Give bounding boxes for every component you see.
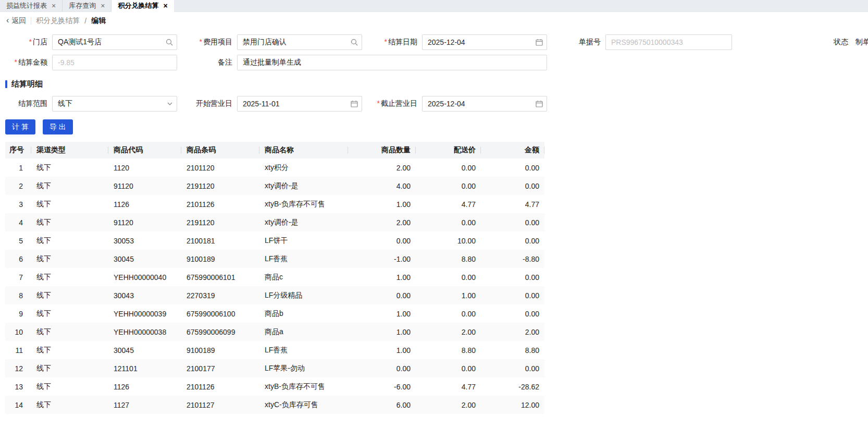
table-cell: 1127	[108, 396, 181, 414]
tab-inventory-query[interactable]: 库存查询 ×	[63, 0, 111, 11]
chevron-left-icon: ‹	[6, 16, 9, 25]
store-input[interactable]	[52, 34, 177, 50]
table-cell: 1.00	[348, 341, 416, 359]
table-row[interactable]: 11线下300459100189LF香蕉1.008.808.80	[5, 341, 544, 359]
export-button[interactable]: 导 出	[43, 119, 73, 135]
table-cell: xty积分	[259, 158, 348, 177]
table-row[interactable]: 10线下YEHH00000038675990006099商品a1.002.002…	[5, 323, 544, 341]
breadcrumb-current: 编辑	[91, 16, 106, 26]
fee-item-input[interactable]	[237, 34, 362, 50]
table-cell: 0.00	[416, 158, 481, 177]
start-date-input[interactable]	[237, 96, 362, 112]
table-cell: LF香蕉	[259, 341, 348, 359]
calendar-icon[interactable]	[536, 39, 543, 46]
table-row[interactable]: 13线下11262101126xtyB-负库存不可售-6.004.77-28.6…	[5, 377, 544, 396]
column-header: 配送价	[416, 142, 481, 158]
table-row[interactable]: 14线下11272101127xtyC-负库存可售6.002.0012.00	[5, 396, 544, 414]
table-cell: 线下	[31, 231, 108, 250]
table-cell: 1.00	[348, 268, 416, 286]
table-cell: 12.00	[481, 396, 544, 414]
table-cell: 13	[5, 377, 31, 396]
required-mark: *	[15, 58, 17, 66]
table-cell: 4.77	[416, 195, 481, 213]
table-cell: LF分级精品	[259, 286, 348, 304]
search-icon[interactable]	[351, 39, 358, 46]
table-cell: YEHH00000039	[108, 304, 181, 323]
table-cell: 675990006100	[181, 304, 259, 323]
settle-amount-input[interactable]	[52, 55, 177, 70]
table-cell: 2100181	[181, 231, 259, 250]
table-cell: LF饼干	[259, 231, 348, 250]
table-cell: 0.00	[481, 304, 544, 323]
table-cell: -8.80	[481, 250, 544, 268]
table-cell: 商品c	[259, 268, 348, 286]
settlement-detail-section-header: 结算明细	[5, 79, 868, 89]
table-cell: 0.00	[416, 359, 481, 377]
table-cell: 1126	[108, 377, 181, 396]
close-icon[interactable]: ×	[163, 2, 167, 9]
tab-points-exchange-settlement[interactable]: 积分兑换结算 ×	[111, 0, 173, 12]
doc-no-input[interactable]	[605, 34, 732, 50]
settle-amount-field: *结算金额	[0, 55, 177, 70]
table-cell: 1.00	[348, 304, 416, 323]
table-cell: -1.00	[348, 250, 416, 268]
table-cell: 2.00	[348, 213, 416, 231]
table-row[interactable]: 7线下YEHH00000040675990006101商品c1.000.000.…	[5, 268, 544, 286]
table-cell: 商品b	[259, 304, 348, 323]
doc-no-label: 单据号	[579, 38, 601, 46]
table-row[interactable]: 1线下11202101120xty积分2.000.000.00	[5, 158, 544, 177]
table-row[interactable]: 9线下YEHH00000039675990006100商品b1.000.000.…	[5, 304, 544, 323]
table-cell: 91120	[108, 213, 181, 231]
table-cell: 1.00	[348, 323, 416, 341]
scope-select[interactable]: 线下	[52, 96, 177, 112]
settle-date-input[interactable]	[422, 34, 547, 50]
close-icon[interactable]: ×	[101, 2, 105, 9]
table-cell: -28.62	[481, 377, 544, 396]
table-row[interactable]: 5线下300532100181LF饼干0.0010.000.00	[5, 231, 544, 250]
settle-amount-label: 结算金额	[18, 58, 47, 66]
table-cell: xtyC-负库存可售	[259, 396, 348, 414]
calendar-icon[interactable]	[351, 100, 358, 107]
table-cell: 0.00	[348, 359, 416, 377]
table-cell: 30043	[108, 286, 181, 304]
action-buttons: 计 算 导 出	[5, 119, 868, 135]
table-cell: 0.00	[481, 158, 544, 177]
table-cell: 30045	[108, 341, 181, 359]
table-row[interactable]: 8线下300432270319LF分级精品0.001.000.00	[5, 286, 544, 304]
table-cell: xty调价-是	[259, 213, 348, 231]
close-icon[interactable]: ×	[52, 2, 56, 9]
table-cell: 1126	[108, 195, 181, 213]
required-mark: *	[29, 38, 32, 46]
table-cell: 0.00	[416, 177, 481, 195]
end-date-label: 截止营业日	[381, 99, 417, 107]
form-row-1: *门店 *费用项目 *结算日期 单据号 状态	[0, 34, 868, 50]
table-cell: 线下	[31, 268, 108, 286]
section-title: 结算明细	[11, 79, 43, 89]
tab-profit-loss-report[interactable]: 损益统计报表 ×	[0, 0, 63, 11]
table-cell: 2100177	[181, 359, 259, 377]
remark-input[interactable]	[237, 55, 547, 70]
table-cell: 2.00	[348, 158, 416, 177]
table-row[interactable]: 2线下911202191120xty调价-是4.000.000.00	[5, 177, 544, 195]
table-cell: 线下	[31, 396, 108, 414]
table-cell: 10	[5, 323, 31, 341]
chevron-down-icon	[167, 101, 173, 107]
table-cell: 商品a	[259, 323, 348, 341]
table-cell: 91120	[108, 177, 181, 195]
table-cell: 6.00	[348, 396, 416, 414]
table-row[interactable]: 6线下300459100189LF香蕉-1.008.80-8.80	[5, 250, 544, 268]
table-row[interactable]: 3线下11262101126xtyB-负库存不可售1.004.774.77	[5, 195, 544, 213]
table-row[interactable]: 12线下1211012100177LF苹果-勿动0.000.000.00	[5, 359, 544, 377]
table-cell: 2101120	[181, 158, 259, 177]
table-row[interactable]: 4线下911202191120xty调价-是2.000.000.00	[5, 213, 544, 231]
calculate-button[interactable]: 计 算	[5, 119, 35, 135]
back-button[interactable]: ‹ 返回	[6, 16, 26, 26]
calendar-icon[interactable]	[536, 100, 543, 107]
store-label: 门店	[33, 38, 47, 46]
end-date-input[interactable]	[422, 96, 547, 112]
search-icon[interactable]	[166, 39, 173, 46]
table-cell: 2.00	[481, 323, 544, 341]
fee-item-field: *费用项目	[177, 34, 362, 50]
table-cell: 2101126	[181, 377, 259, 396]
table-cell: 2270319	[181, 286, 259, 304]
